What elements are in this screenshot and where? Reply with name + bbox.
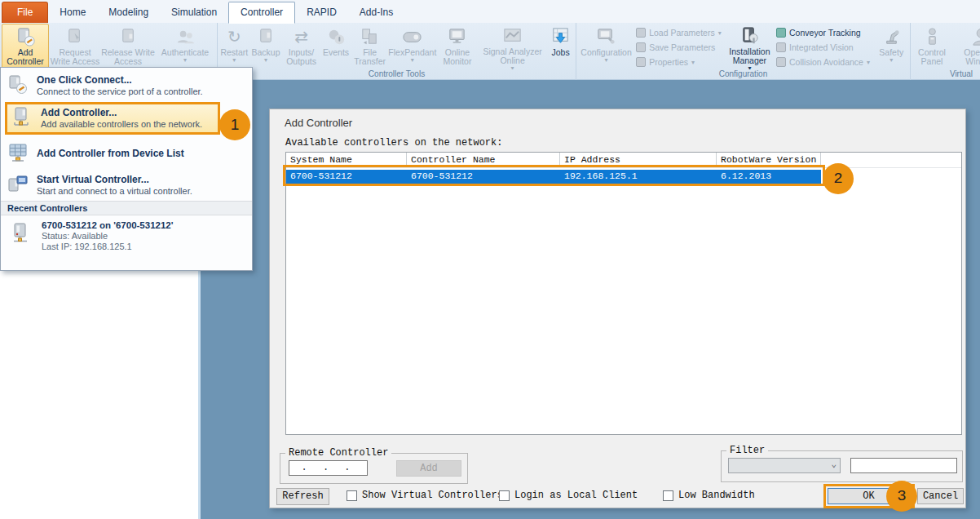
tab-home[interactable]: Home	[48, 2, 97, 23]
column-header-controller-name[interactable]: Controller Name	[407, 153, 560, 167]
recent-controller-title: 6700-531212 on '6700-531212'	[42, 220, 173, 231]
menu-item-title: Add Controller from Device List	[37, 148, 184, 160]
table-row-selected[interactable]: 6700-531212 6700-531212 192.168.125.1 6.…	[286, 170, 821, 184]
backup-button[interactable]: Backup ▾	[249, 24, 283, 69]
properties-button[interactable]: Properties ▾	[634, 55, 725, 69]
group-label: Virtual	[911, 69, 980, 80]
dropdown-caret-icon: ▾	[605, 57, 608, 63]
controllers-table: System Name Controller Name IP Address R…	[285, 152, 962, 435]
backup-icon	[255, 25, 277, 48]
restart-button[interactable]: ↻ Restart ▾	[219, 24, 249, 69]
add-controller-network-icon	[11, 107, 33, 128]
dropdown-caret-icon: ▾	[232, 57, 236, 63]
operator-window-button[interactable]: Operator Window	[951, 24, 980, 69]
operator-window-icon	[970, 25, 980, 48]
save-parameters-button[interactable]: Save Parameters	[634, 41, 725, 54]
safety-button[interactable]: Safety ▾	[875, 24, 908, 69]
add-controller-button[interactable]: Add Controller ▾	[2, 24, 49, 69]
integrated-vision-button[interactable]: Integrated Vision	[775, 41, 874, 54]
control-panel-icon	[921, 25, 943, 48]
ribbon-group-virtual: Control Panel Operator Window Virtual	[911, 23, 980, 80]
chevron-down-icon: ⌄	[831, 459, 837, 469]
filter-text-input[interactable]	[850, 458, 957, 473]
menu-item-title: Add Controller...	[41, 107, 202, 119]
menu-item-add-controller-from-device-list[interactable]: Add Controller from Device List	[1, 138, 252, 171]
installation-manager-button[interactable]: Installation Manager ▾	[725, 24, 775, 69]
inputs-outputs-button[interactable]: ⇄ Inputs/ Outputs	[282, 24, 320, 69]
configuration-icon	[595, 25, 617, 48]
show-virtual-controllers-checkbox[interactable]: Show Virtual Controllers	[347, 490, 503, 501]
tab-controller[interactable]: Controller	[228, 2, 295, 24]
login-as-local-client-checkbox[interactable]: Login as Local Client	[499, 490, 638, 501]
robotstudio-window: File Home Modeling Simulation Controller…	[0, 0, 980, 519]
save-parameters-icon	[636, 42, 646, 52]
menu-item-add-controller[interactable]: Add Controller... Add available controll…	[7, 104, 218, 132]
events-button[interactable]: Events	[320, 24, 352, 69]
dropdown-caret-icon: ▾	[890, 57, 893, 63]
conveyor-tracking-icon	[776, 28, 786, 38]
recent-controller-item[interactable]: 6700-531212 on '6700-531212' Status: Ava…	[1, 215, 252, 252]
refresh-button[interactable]: Refresh	[276, 488, 329, 505]
column-header-system-name[interactable]: System Name	[286, 153, 407, 167]
table-header-row: System Name Controller Name IP Address R…	[286, 153, 961, 168]
inputs-outputs-icon: ⇄	[294, 25, 308, 48]
button-label: Online Monitor	[437, 48, 478, 66]
add-controller-icon	[15, 26, 37, 48]
button-label: Control Panel	[912, 48, 951, 66]
button-label: Operator Window	[951, 48, 980, 66]
step-badge-3: 3	[886, 481, 917, 512]
remote-add-button[interactable]: Add	[396, 460, 461, 477]
tab-addins[interactable]: Add-Ins	[348, 2, 404, 23]
configuration-button[interactable]: Configuration ▾	[578, 24, 634, 69]
events-icon	[325, 25, 347, 48]
recent-controllers-header: Recent Controllers	[1, 201, 252, 215]
step-badge-2: 2	[823, 163, 854, 194]
remote-ip-input[interactable]: . . .	[289, 460, 368, 476]
button-label: Integrated Vision	[789, 42, 854, 52]
file-transfer-button[interactable]: File Transfer	[351, 24, 387, 69]
menu-item-description: Add available controllers on the network…	[41, 119, 202, 130]
tab-rapid[interactable]: RAPID	[295, 2, 348, 23]
release-write-access-button[interactable]: Release Write Access	[101, 24, 155, 69]
checkbox-icon	[663, 490, 673, 501]
integrated-vision-icon	[776, 42, 786, 52]
button-label: Conveyor Tracking	[789, 28, 861, 38]
load-parameters-button[interactable]: Load Parameters ▾	[634, 26, 725, 39]
cell-controller-name: 6700-531212	[407, 170, 560, 184]
cancel-button[interactable]: Cancel	[917, 488, 964, 504]
menu-item-description: Start and connect to a virtual controlle…	[37, 186, 192, 197]
menu-item-one-click-connect[interactable]: One Click Connect... Connect to the serv…	[1, 71, 252, 99]
control-panel-button[interactable]: Control Panel	[912, 24, 951, 69]
add-controller-dialog: Add Controller Available controllers on …	[269, 109, 966, 508]
checkbox-label: Show Virtual Controllers	[362, 490, 503, 501]
installation-manager-icon	[739, 25, 761, 47]
button-label: Collision Avoidance	[789, 57, 863, 67]
request-write-access-button[interactable]: Request Write Access	[49, 24, 101, 69]
low-bandwidth-checkbox[interactable]: Low Bandwidth	[663, 490, 755, 501]
checkbox-label: Low Bandwidth	[678, 490, 755, 501]
column-header-robotware-version[interactable]: RobotWare Version	[717, 153, 821, 167]
online-monitor-button[interactable]: Online Monitor	[437, 24, 478, 69]
recent-controller-status: Status: Available	[42, 231, 173, 242]
collision-avoidance-button[interactable]: Collision Avoidance ▾	[775, 55, 874, 69]
authenticate-button[interactable]: Authenticate ▾	[155, 24, 215, 69]
menu-item-title: Start Virtual Controller...	[37, 174, 192, 186]
jobs-icon	[550, 25, 572, 48]
jobs-button[interactable]: Jobs	[547, 24, 574, 69]
tab-modeling[interactable]: Modeling	[97, 2, 160, 23]
tab-file[interactable]: File	[2, 2, 48, 23]
menu-item-start-virtual-controller[interactable]: Start Virtual Controller... Start and co…	[1, 171, 252, 198]
conveyor-tracking-button[interactable]: Conveyor Tracking	[775, 26, 874, 39]
group-label: Configuration	[576, 69, 910, 80]
tab-simulation[interactable]: Simulation	[160, 2, 228, 23]
button-label: Save Parameters	[649, 42, 715, 52]
button-label: Add Controller	[2, 48, 48, 66]
signal-analyzer-icon	[501, 25, 523, 47]
signal-analyzer-online-button[interactable]: Signal Analyzer Online ▾	[478, 24, 547, 69]
one-click-connect-icon	[7, 74, 29, 95]
remote-controller-group: Remote Controller . . . Add	[280, 453, 468, 484]
column-header-ip-address[interactable]: IP Address	[560, 153, 717, 167]
button-label: File Transfer	[351, 48, 387, 66]
flexpendant-button[interactable]: FlexPendant ▾	[388, 24, 437, 69]
filter-combobox[interactable]: ⌄	[728, 458, 841, 473]
